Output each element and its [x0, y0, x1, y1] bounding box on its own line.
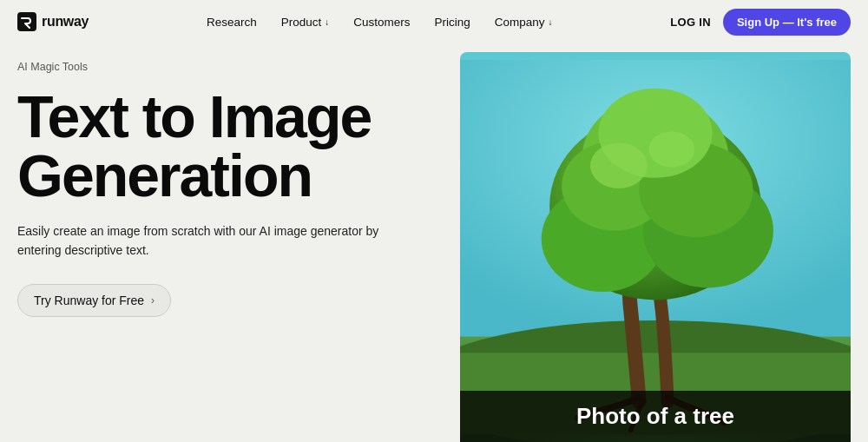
tree-illustration	[460, 52, 851, 442]
site-header: runway Research Product ↓ Customers Pric…	[0, 0, 868, 43]
svg-rect-0	[17, 12, 36, 31]
signup-button[interactable]: Sign Up — It's free	[723, 9, 851, 36]
hero-image-container: Photo of a tree	[460, 52, 851, 442]
hero-description: Easily create an image from scratch with…	[17, 222, 382, 260]
product-dropdown-icon: ↓	[325, 17, 329, 27]
header-actions: LOG IN Sign Up — It's free	[670, 9, 851, 36]
nav-item-product[interactable]: Product ↓	[281, 16, 330, 29]
tree-scene	[460, 52, 851, 442]
main-content: AI Magic Tools Text to Image Generation …	[0, 43, 868, 442]
chevron-right-icon: ›	[151, 294, 155, 307]
nav-item-pricing[interactable]: Pricing	[435, 16, 470, 29]
logo-text: runway	[42, 14, 89, 30]
svg-point-12	[649, 131, 695, 167]
company-dropdown-icon: ↓	[549, 17, 553, 27]
page-title: Text to Image Generation	[17, 87, 443, 205]
hero-left: AI Magic Tools Text to Image Generation …	[17, 52, 443, 442]
login-button[interactable]: LOG IN	[670, 16, 711, 29]
hero-right: Photo of a tree	[460, 52, 851, 442]
nav-item-company[interactable]: Company ↓	[495, 16, 553, 29]
nav-item-customers[interactable]: Customers	[353, 16, 410, 29]
breadcrumb: AI Magic Tools	[17, 61, 443, 73]
logo[interactable]: runway	[17, 12, 89, 31]
main-nav: Research Product ↓ Customers Pricing Com…	[207, 16, 553, 29]
svg-point-11	[590, 143, 648, 189]
try-runway-button[interactable]: Try Runway for Free ›	[17, 284, 171, 317]
runway-logo-icon	[17, 12, 36, 31]
image-caption: Photo of a tree	[460, 391, 851, 442]
nav-item-research[interactable]: Research	[207, 16, 257, 29]
